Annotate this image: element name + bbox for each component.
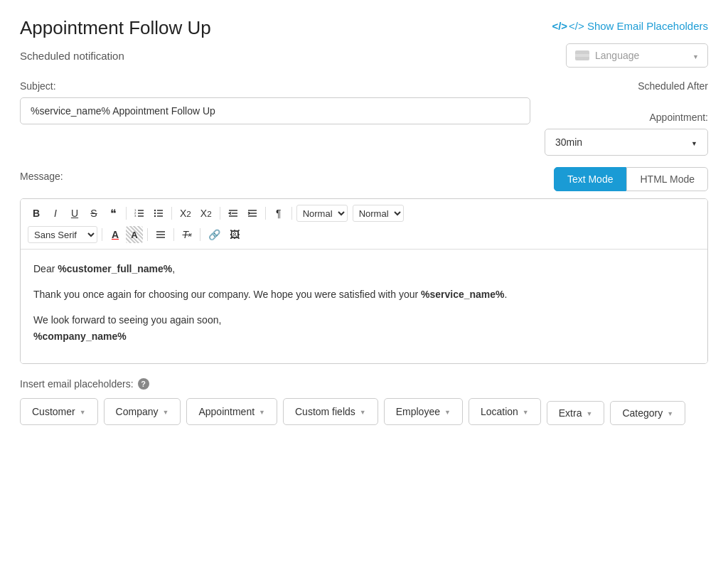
placeholder-company-label: Company	[116, 406, 159, 417]
superscript-button[interactable]: X2	[197, 205, 215, 222]
toolbar-divider-3	[220, 207, 220, 220]
toolbar-divider-1	[126, 207, 127, 220]
language-dropdown[interactable]: Language	[566, 43, 708, 68]
editor-line-1: Dear %customer_full_name%,	[33, 261, 695, 278]
placeholder-appointment-button[interactable]: Appointment	[186, 398, 277, 425]
language-placeholder: Language	[595, 50, 639, 61]
placeholder-employee-chevron	[444, 408, 451, 416]
time-dropdown[interactable]: 30min	[545, 129, 708, 156]
indent-decrease-button[interactable]	[225, 205, 242, 222]
placeholder-employee-button[interactable]: Employee	[384, 398, 463, 425]
message-label: Message:	[20, 171, 63, 182]
toolbar-divider-4	[265, 207, 266, 220]
placeholder-custom-fields-button[interactable]: Custom fields	[283, 398, 378, 425]
font-family-select[interactable]: Sans Serif Serif Monospace	[28, 226, 97, 243]
placeholder-extra-label: Extra	[559, 407, 582, 419]
toolbar-divider-2	[171, 207, 172, 220]
placeholder-customer-chevron	[80, 408, 86, 416]
placeholder-buttons: Customer Company Appointment Custom fiel…	[20, 398, 708, 425]
html-mode-button[interactable]: HTML Mode	[626, 167, 708, 191]
placeholder-location-chevron	[523, 408, 529, 416]
language-chevron	[692, 50, 699, 61]
scheduled-notification-label: Scheduled notification	[20, 50, 124, 62]
svg-point-10	[154, 213, 156, 214]
page-title: Appointment Follow Up	[20, 17, 211, 39]
unordered-list-button[interactable]	[150, 205, 167, 222]
indent-increase-button[interactable]	[244, 205, 261, 222]
show-placeholders-link[interactable]: </> </> Show Email Placeholders	[552, 20, 708, 32]
scheduled-after-label: Scheduled After	[545, 80, 708, 92]
placeholder-appointment-chevron	[259, 408, 265, 416]
paragraph-button[interactable]: ¶	[270, 205, 287, 222]
font-size-select[interactable]: Normal Large Small	[296, 205, 348, 222]
insert-placeholders-label: Insert email placeholders:	[20, 378, 134, 390]
placeholder-category-chevron	[667, 409, 673, 417]
toolbar-divider-8	[173, 228, 174, 241]
editor-toolbar: B I U S ❝ 1.2.3. X2 X2	[21, 199, 707, 250]
align-button[interactable]	[152, 226, 169, 243]
toolbar-divider-6	[102, 228, 102, 241]
font-weight-select[interactable]: Normal Bold	[353, 205, 404, 222]
time-value: 30min	[555, 136, 582, 148]
language-flag	[575, 50, 589, 60]
placeholder-category-label: Category	[622, 407, 663, 419]
placeholder-extra-chevron	[586, 409, 592, 417]
editor-line-3: We look forward to seeing you again soon…	[33, 312, 695, 346]
placeholder-extra-button[interactable]: Extra	[547, 401, 605, 425]
placeholder-employee-label: Employee	[396, 406, 440, 417]
subject-label: Subject:	[20, 80, 530, 92]
text-color-button[interactable]: A	[107, 226, 124, 243]
appointment-field-label: Appointment:	[545, 112, 708, 123]
quote-button[interactable]: ❝	[105, 205, 122, 222]
placeholder-customer-label: Customer	[32, 406, 75, 417]
placeholder-company-button[interactable]: Company	[104, 398, 181, 425]
svg-text:3.: 3.	[134, 214, 136, 218]
mode-buttons: Text Mode HTML Mode	[554, 167, 708, 191]
clear-format-button[interactable]: Tx	[178, 226, 196, 243]
toolbar-divider-5	[291, 207, 292, 220]
bold-button[interactable]: B	[28, 205, 45, 222]
subject-input[interactable]	[20, 97, 530, 124]
editor-content[interactable]: Dear %customer_full_name%, Thank you onc…	[21, 250, 707, 363]
toolbar-divider-7	[147, 228, 148, 241]
toolbar-divider-9	[200, 228, 200, 241]
highlight-button[interactable]: A	[126, 226, 143, 243]
subscript-button[interactable]: X2	[176, 205, 195, 222]
text-mode-button[interactable]: Text Mode	[554, 167, 627, 191]
italic-button[interactable]: I	[47, 205, 64, 222]
show-placeholders-label: </> Show Email Placeholders	[569, 20, 708, 32]
image-button[interactable]: 🖼	[226, 226, 243, 243]
svg-point-11	[154, 215, 156, 217]
placeholder-customer-button[interactable]: Customer	[20, 398, 98, 425]
placeholder-title: Insert email placeholders: ?	[20, 378, 708, 390]
editor-wrapper: B I U S ❝ 1.2.3. X2 X2	[20, 198, 708, 364]
editor-line-2: Thank you once again for choosing our co…	[33, 286, 695, 304]
placeholder-appointment-label: Appointment	[198, 406, 255, 417]
placeholder-custom-fields-label: Custom fields	[295, 406, 355, 417]
help-icon[interactable]: ?	[138, 378, 149, 390]
placeholder-custom-fields-chevron	[360, 408, 366, 416]
strikethrough-button[interactable]: S	[85, 205, 102, 222]
underline-button[interactable]: U	[66, 205, 83, 222]
placeholder-location-button[interactable]: Location	[469, 398, 541, 425]
placeholder-company-chevron	[163, 408, 169, 416]
time-chevron	[691, 136, 697, 148]
link-button[interactable]: 🔗	[205, 226, 224, 243]
placeholder-section: Insert email placeholders: ? Customer Co…	[20, 378, 708, 425]
placeholder-location-label: Location	[481, 406, 518, 417]
ordered-list-button[interactable]: 1.2.3.	[131, 205, 148, 222]
code-icon: </>	[552, 20, 567, 32]
svg-point-9	[154, 210, 156, 211]
placeholder-category-button[interactable]: Category	[610, 401, 685, 425]
